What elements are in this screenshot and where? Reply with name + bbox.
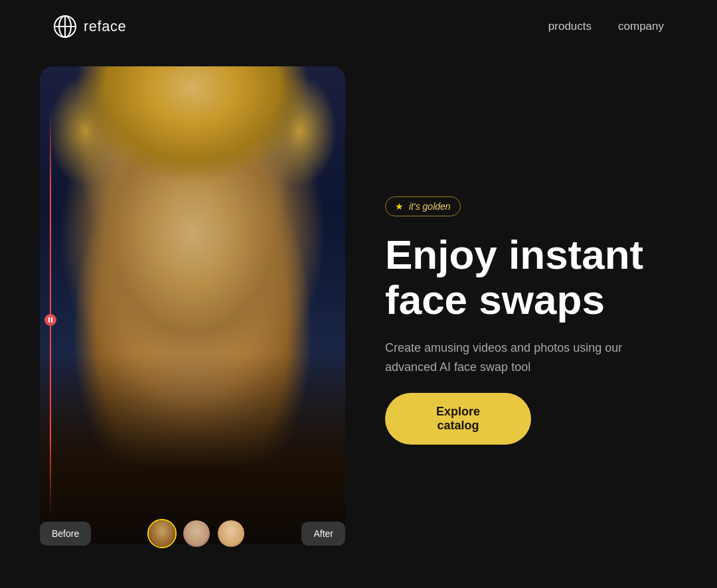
nav-logo-area: reface	[53, 15, 126, 38]
face-image-container	[40, 66, 345, 544]
drag-bar-left	[48, 317, 50, 323]
headline: Enjoy instant face swaps	[385, 232, 677, 323]
image-controls: Before After	[40, 519, 345, 548]
drag-handle-inner	[48, 317, 52, 323]
explore-catalog-button[interactable]: Explore catalog	[385, 393, 531, 445]
golden-badge: ★ it's golden	[385, 196, 461, 216]
avatar-1[interactable]	[147, 519, 177, 548]
after-button[interactable]: After	[301, 522, 345, 546]
avatar-2[interactable]	[182, 519, 211, 548]
nav-links: products company	[548, 20, 664, 33]
nav-link-company[interactable]: company	[618, 20, 664, 33]
avatar-3[interactable]	[216, 519, 246, 548]
avatar-row	[147, 519, 246, 548]
avatar-face-1	[149, 520, 175, 547]
navbar: reface products company	[0, 0, 717, 53]
badge-text: it's golden	[409, 201, 451, 212]
avatar-face-3	[218, 520, 244, 547]
main-content: Before After ★ it's golden Enjo	[0, 53, 717, 588]
before-button[interactable]: Before	[40, 522, 91, 546]
headline-line1: Enjoy instant	[385, 232, 643, 277]
slider-line	[50, 106, 51, 518]
avatar-face-2	[183, 520, 210, 547]
logo-text: reface	[84, 18, 126, 35]
drag-handle[interactable]	[44, 314, 56, 326]
nav-link-products[interactable]: products	[548, 20, 592, 33]
image-section: Before After	[0, 53, 345, 588]
globe-icon	[53, 15, 77, 38]
badge-star-icon: ★	[395, 201, 404, 212]
text-section: ★ it's golden Enjoy instant face swaps C…	[345, 196, 717, 445]
subtext: Create amusing videos and photos using o…	[385, 338, 664, 377]
face-illustration	[40, 66, 345, 544]
headline-line2: face swaps	[385, 277, 605, 323]
drag-bar-right	[51, 317, 52, 323]
